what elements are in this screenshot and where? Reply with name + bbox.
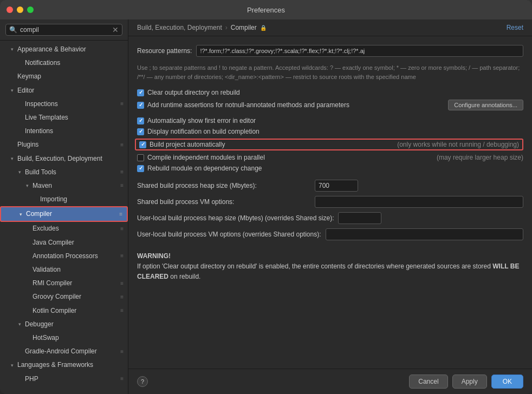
sidebar-item-inspections[interactable]: Inspections ≡ <box>0 97 128 111</box>
sidebar-item-php[interactable]: PHP ≡ <box>0 372 128 386</box>
sidebar-item-annotation-processors[interactable]: Annotation Processors ≡ <box>0 249 128 263</box>
sidebar-item-maven[interactable]: ▾ Maven ≡ <box>0 179 128 193</box>
sidebar-item-appearance[interactable]: ▾ Appearance & Behavior <box>0 43 128 56</box>
sidebar-item-label: Build Tools <box>25 167 118 178</box>
sidebar-item-groovy-compiler[interactable]: Groovy Compiler ≡ <box>0 290 128 304</box>
sidebar-item-compiler[interactable]: ▾ Compiler ≡ <box>0 206 128 222</box>
close-button[interactable] <box>7 6 13 13</box>
sidebar-item-java-compiler[interactable]: Java Compiler <box>0 236 128 249</box>
clear-output-checkbox[interactable] <box>137 89 144 96</box>
sidebar-item-label: Excludes <box>33 224 118 234</box>
resource-patterns-label: Resource patterns: <box>137 47 192 55</box>
build-automatically-checkbox[interactable] <box>139 141 146 148</box>
sidebar-item-label: Live Templates <box>25 113 124 123</box>
configure-annotations-button[interactable]: Configure annotations... <box>448 100 523 110</box>
rebuild-dependency-label: Rebuild module on dependency change <box>147 165 262 172</box>
list-icon: ≡ <box>119 210 122 219</box>
reset-button[interactable]: Reset <box>507 24 523 31</box>
sidebar-item-gradle-android[interactable]: Gradle-Android Compiler ≡ <box>0 345 128 358</box>
main-content: 🔍 ✕ ▾ Appearance & Behavior Notification… <box>0 19 532 394</box>
sidebar-item-notifications[interactable]: Notifications <box>0 56 128 70</box>
content-panel: Build, Execution, Deployment › Compiler … <box>128 19 532 394</box>
display-notification-checkbox[interactable] <box>137 128 144 135</box>
warning-title: WARNING! <box>137 252 171 260</box>
sidebar-item-validation[interactable]: Validation <box>0 263 128 277</box>
sidebar-tree: ▾ Appearance & Behavior Notifications Ke… <box>0 41 128 394</box>
search-clear-icon[interactable]: ✕ <box>112 26 119 34</box>
resource-patterns-input[interactable] <box>196 45 523 57</box>
chevron-down-icon: ▾ <box>18 320 25 328</box>
chevron-down-icon: ▾ <box>20 211 26 218</box>
sidebar-item-build-tools[interactable]: ▾ Build Tools ≡ <box>0 166 128 179</box>
breadcrumb-bar: Build, Execution, Deployment › Compiler … <box>128 19 532 36</box>
sidebar-item-excludes[interactable]: Excludes ≡ <box>0 222 128 235</box>
compile-parallel-checkbox[interactable] <box>137 154 144 161</box>
bottom-left: ? <box>137 376 148 387</box>
show-first-error-row: Automatically show first error in editor <box>137 117 523 124</box>
sidebar-item-intentions[interactable]: Intentions <box>0 124 128 138</box>
list-icon: ≡ <box>120 181 124 190</box>
warning-text: WARNING! If option 'Clear output directo… <box>137 251 523 283</box>
bottom-bar: ? Cancel Apply OK <box>128 369 532 394</box>
maximize-button[interactable] <box>27 6 34 13</box>
compile-parallel-note: (may require larger heap size) <box>426 154 523 161</box>
search-icon: 🔍 <box>9 26 17 34</box>
sidebar-item-label: Kotlin Compiler <box>33 306 118 316</box>
display-notification-row: Display notification on build completion <box>137 128 523 135</box>
user-vm-label: User-local build process VM options (ove… <box>137 231 321 238</box>
user-vm-input[interactable] <box>326 228 524 240</box>
help-button[interactable]: ? <box>137 376 148 387</box>
rebuild-dependency-checkbox[interactable] <box>137 165 144 172</box>
breadcrumb-path1: Build, Execution, Deployment <box>137 24 222 31</box>
sidebar-item-label: Java Compiler <box>33 238 124 248</box>
sidebar-item-build-exec[interactable]: ▾ Build, Execution, Deployment <box>0 152 128 166</box>
sidebar-item-importing[interactable]: Importing <box>0 193 128 206</box>
minimize-button[interactable] <box>17 6 23 13</box>
heap-size-input[interactable] <box>315 180 358 192</box>
cancel-button[interactable]: Cancel <box>409 375 447 389</box>
sidebar-item-label: Validation <box>33 265 124 275</box>
sidebar-item-label: RMI Compiler <box>33 278 118 288</box>
breadcrumb: Build, Execution, Deployment › Compiler … <box>137 24 267 31</box>
resource-hint: Use ; to separate patterns and ! to nega… <box>137 61 523 83</box>
sidebar-item-debugger[interactable]: ▾ Debugger <box>0 318 128 331</box>
sidebar-item-rmi-compiler[interactable]: RMI Compiler ≡ <box>0 277 128 290</box>
sidebar-item-hotswap[interactable]: HotSwap <box>0 331 128 345</box>
sidebar-item-live-templates[interactable]: Live Templates <box>0 111 128 124</box>
list-icon: ≡ <box>120 279 124 288</box>
user-heap-row: User-local build process heap size (Mbyt… <box>137 212 523 224</box>
vm-options-input[interactable] <box>315 196 523 208</box>
sidebar-item-languages[interactable]: ▾ Languages & Frameworks <box>0 358 128 372</box>
search-input[interactable] <box>20 26 109 34</box>
window-title: Preferences <box>247 6 285 14</box>
show-first-error-checkbox[interactable] <box>137 117 144 124</box>
ok-button[interactable]: OK <box>491 375 523 389</box>
sidebar-item-keymap[interactable]: Keymap <box>0 70 128 83</box>
sidebar-item-plugins[interactable]: Plugins ≡ <box>0 138 128 152</box>
runtime-assertions-row: Add runtime assertions for notnull-annot… <box>137 100 523 110</box>
sidebar-item-label: Gradle-Android Compiler <box>25 346 118 357</box>
compile-parallel-row: Compile independent modules in parallel … <box>137 154 523 161</box>
traffic-lights <box>7 6 34 13</box>
clear-output-label: Clear output directory on rebuild <box>147 89 240 96</box>
vm-options-row: Shared build process VM options: <box>137 196 523 208</box>
runtime-assertions-checkbox[interactable] <box>137 102 144 109</box>
vm-options-label: Shared build process VM options: <box>137 198 310 206</box>
user-heap-input[interactable] <box>338 212 381 224</box>
sidebar-item-kotlin-compiler[interactable]: Kotlin Compiler ≡ <box>0 304 128 318</box>
chevron-down-icon: ▾ <box>11 155 17 162</box>
sidebar-item-editor[interactable]: ▾ Editor <box>0 84 128 97</box>
build-automatically-note: (only works while not running / debuggin… <box>386 141 519 148</box>
compile-parallel-label: Compile independent modules in parallel <box>147 154 265 161</box>
apply-button[interactable]: Apply <box>452 375 487 389</box>
show-first-error-label: Automatically show first error in editor <box>147 117 256 124</box>
breadcrumb-path2: Compiler <box>231 24 257 31</box>
resource-patterns-row: Resource patterns: <box>137 45 523 57</box>
display-notification-label: Display notification on build completion <box>147 128 259 135</box>
titlebar: Preferences <box>0 0 532 19</box>
preferences-window: Preferences 🔍 ✕ ▾ Appearance & Behavior <box>0 0 532 394</box>
search-wrapper: 🔍 ✕ <box>5 24 122 36</box>
sidebar-item-label: Build, Execution, Deployment <box>17 154 124 164</box>
heap-size-row: Shared build process heap size (Mbytes): <box>137 180 523 192</box>
warning-section: WARNING! If option 'Clear output directo… <box>137 251 523 288</box>
